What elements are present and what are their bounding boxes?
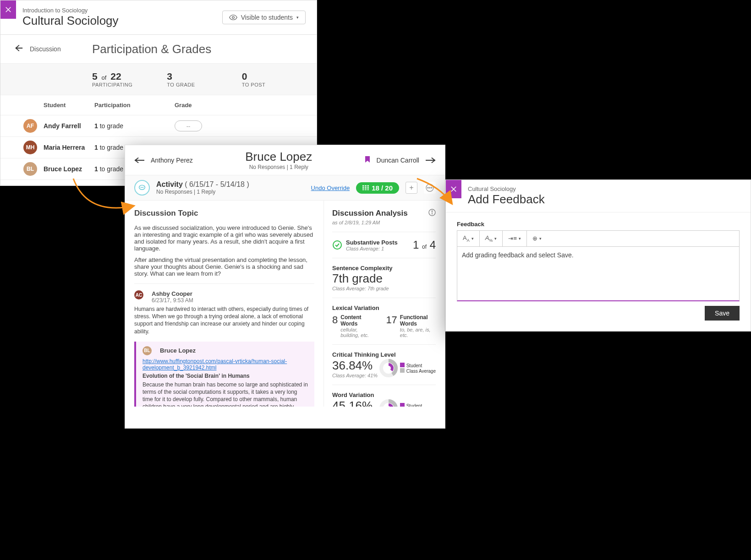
plus-circle-icon: ⊕ xyxy=(532,235,537,242)
next-student-button[interactable]: Duncan Carroll xyxy=(365,156,436,164)
avatar: BL xyxy=(23,162,37,176)
font-size-button[interactable]: AA▾ xyxy=(457,231,480,246)
col-hdr-participation: Participation xyxy=(94,102,175,109)
save-button[interactable]: Save xyxy=(705,306,740,321)
rte-toolbar: AA▾ A%▾ ⇥≡▾ ⊕▾ xyxy=(457,230,740,246)
avatar: AF xyxy=(23,119,37,133)
eye-icon xyxy=(229,15,237,20)
arrow-left-icon xyxy=(134,157,144,164)
list-button[interactable]: ⇥≡▾ xyxy=(503,231,527,246)
svg-point-0 xyxy=(232,16,234,19)
donut-chart-icon xyxy=(378,358,399,378)
student-row[interactable]: AFAndy Farrell1 to grade-- xyxy=(0,115,317,137)
feedback-course: Cultural Sociology xyxy=(468,185,740,192)
arrow-right-icon xyxy=(426,157,436,164)
svg-point-12 xyxy=(428,187,428,188)
font-style-button[interactable]: A%▾ xyxy=(480,231,503,246)
svg-rect-3 xyxy=(365,185,367,187)
svg-point-14 xyxy=(431,187,432,188)
course-eyebrow: Introduction to Sociology xyxy=(22,7,119,14)
feedback-textarea[interactable]: Add grading feedback and select Save. xyxy=(457,246,740,301)
student-detail-panel: Anthony Perez Bruce Lopez No Responses |… xyxy=(125,145,445,429)
stats-bar: 5 of 22 PARTICIPATING 3 TO GRADE 0 TO PO… xyxy=(0,64,317,95)
student-name: Maria Herrera xyxy=(44,144,94,151)
chevron-down-icon: ▾ xyxy=(296,15,299,20)
visibility-dropdown[interactable]: Visible to students ▾ xyxy=(222,11,306,24)
svg-rect-6 xyxy=(365,187,367,189)
svg-rect-10 xyxy=(367,190,369,190)
back-button[interactable]: Discussion xyxy=(0,35,92,63)
arrow-left-icon xyxy=(13,43,23,55)
student-name: Andy Farrell xyxy=(44,122,94,130)
plus-button[interactable]: + xyxy=(406,182,417,194)
undo-override-link[interactable]: Undo Override xyxy=(311,185,350,191)
svg-rect-9 xyxy=(365,190,367,190)
svg-rect-7 xyxy=(367,187,369,189)
insert-button[interactable]: ⊕▾ xyxy=(527,231,547,246)
close-icon[interactable] xyxy=(0,0,16,19)
page-title: Cultural Sociology xyxy=(22,14,119,28)
post-link[interactable]: http://www.huffingtonpost.com/pascal-vrt… xyxy=(143,358,308,371)
more-icon xyxy=(426,184,434,192)
avatar: AC xyxy=(134,290,143,299)
prev-student-button[interactable]: Anthony Perez xyxy=(134,157,193,164)
font-size-icon: AA xyxy=(463,234,470,243)
grade-cell[interactable]: -- xyxy=(175,120,255,131)
check-circle-icon xyxy=(332,240,342,250)
more-button[interactable] xyxy=(424,182,436,194)
participation-cell: 1 to grade xyxy=(94,122,175,130)
analysis-heading: Discussion Analysis xyxy=(332,209,408,218)
col-hdr-grade: Grade xyxy=(175,102,255,109)
plus-icon: + xyxy=(409,184,413,192)
chat-icon xyxy=(134,180,150,196)
svg-rect-2 xyxy=(362,185,364,187)
feedback-title: Add Feedback xyxy=(468,192,740,207)
info-icon[interactable] xyxy=(428,209,436,216)
section-title: Participation & Grades xyxy=(92,42,211,56)
svg-point-20 xyxy=(385,364,392,372)
rubric-icon xyxy=(362,185,369,190)
svg-rect-8 xyxy=(362,190,364,190)
student-name: Bruce Lopez xyxy=(44,165,94,173)
bookmark-icon xyxy=(365,156,370,164)
score-pill[interactable]: 18 / 20 xyxy=(356,182,399,194)
list-icon: ⇥≡ xyxy=(508,235,517,242)
add-feedback-panel: Cultural Sociology Add Feedback Feedback… xyxy=(445,179,751,332)
avatar: MH xyxy=(23,141,37,154)
font-style-icon: A% xyxy=(485,234,493,243)
student-name: Bruce Lopez xyxy=(245,150,312,164)
svg-point-17 xyxy=(333,241,341,249)
donut-chart-icon xyxy=(378,398,399,407)
svg-point-16 xyxy=(432,211,433,212)
col-hdr-student: Student xyxy=(23,102,94,109)
svg-point-13 xyxy=(429,187,430,188)
svg-rect-5 xyxy=(362,187,364,189)
svg-rect-4 xyxy=(367,185,369,187)
close-icon[interactable] xyxy=(446,180,461,198)
feedback-label: Feedback xyxy=(457,221,740,228)
avatar: BL xyxy=(143,346,152,355)
discussion-topic-heading: Discussion Topic xyxy=(134,209,314,218)
svg-point-23 xyxy=(385,405,392,407)
student-post: BL Bruce Lopez http://www.huffingtonpost… xyxy=(134,342,314,407)
